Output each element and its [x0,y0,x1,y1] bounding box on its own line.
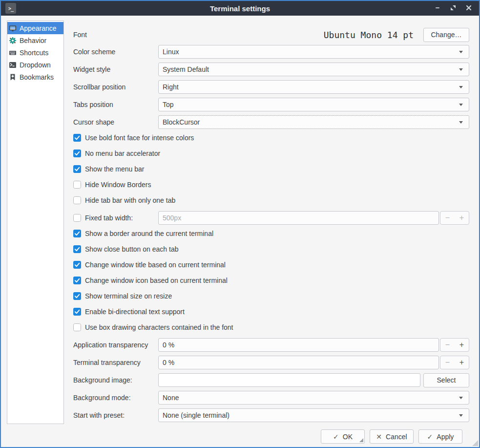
terminal-transparency-label: Terminal transparency [73,359,158,366]
scrollbar-position-combobox[interactable]: Right [158,80,469,94]
combobox-value: Linux [163,48,179,56]
tabs-position-label: Tabs position [73,101,158,108]
checkbox-checked-icon [73,292,81,300]
spinbox-value: 0 % [163,359,174,366]
checkbox-checked-icon [73,165,81,173]
chevron-down-icon [459,414,463,417]
checkbox-label: Enable bi-directional text support [85,308,185,316]
keyboard-icon [9,49,17,57]
checkbox-checked-icon [73,245,81,253]
color-scheme-label: Color scheme [73,48,158,56]
show-terminal-size-on-resize-checkbox-row[interactable]: Show terminal size on resize [69,291,469,301]
checkbox-label: Change window title based on current ter… [85,261,226,269]
checkbox-unchecked-icon [73,196,81,204]
resize-grip[interactable] [472,440,478,446]
settings-sidebar: AppearanceBehaviorShortcutsDropdownBookm… [7,21,64,424]
scrollbar-position-row: Scrollbar positionRight [69,80,469,94]
checkbox-label: Show a border around the current termina… [85,230,213,237]
spin-decrement-button[interactable]: − [440,356,455,369]
start-with-preset-combobox[interactable]: None (single terminal) [158,408,469,422]
change-window-icon-based-on-current-terminal-checkbox-row[interactable]: Change window icon based on current term… [69,276,469,285]
combobox-value: Right [163,83,179,91]
widget-style-label: Widget style [73,65,158,73]
button-label: Cancel [386,433,407,441]
use-box-drawing-characters-contained-in-the-font-checkbox-row[interactable]: Use box drawing characters contained in … [69,322,469,332]
tabs-position-combobox[interactable]: Top [158,98,469,111]
sidebar-item-shortcuts[interactable]: Shortcuts [7,46,63,59]
cursor-shape-combobox[interactable]: BlockCursor [158,115,469,129]
chevron-down-icon [459,121,463,124]
sidebar-item-bookmarks[interactable]: Bookmarks [7,71,63,83]
cursor-shape-row: Cursor shapeBlockCursor [69,115,469,129]
hide-tab-bar-with-only-one-tab-checkbox-row[interactable]: Hide tab bar with only one tab [69,195,469,205]
background-mode-combobox[interactable]: None [158,391,469,405]
maximize-button[interactable] [449,4,457,12]
sidebar-item-label: Dropdown [20,61,51,69]
select-background-image-button[interactable]: Select [423,373,469,387]
widget-style-combobox[interactable]: System Default [158,63,469,76]
application-transparency-spinbox-field[interactable]: 0 % [158,338,439,352]
ok-button[interactable]: ✓OK [321,429,365,444]
combobox-value: Top [163,101,174,108]
background-image-input[interactable] [158,373,420,387]
minimize-icon [435,4,440,13]
sidebar-item-appearance[interactable]: Appearance [7,22,63,34]
spin-decrement-button[interactable]: − [440,212,455,224]
combobox-value: BlockCursor [163,118,200,126]
close-button[interactable] [465,4,473,12]
check-icon: ✓ [333,433,339,441]
enable-bi-directional-text-support-checkbox-row[interactable]: Enable bi-directional text support [69,307,469,317]
use-bold-font-face-for-intense-colors-checkbox-row[interactable]: Use bold font face for intense colors [69,133,469,143]
sidebar-item-dropdown[interactable]: Dropdown [7,59,63,71]
sidebar-item-label: Appearance [20,24,57,32]
font-value: Ubuntu Mono 14 pt [158,30,414,40]
sidebar-item-behavior[interactable]: Behavior [7,34,63,46]
checkbox-checked-icon [73,308,81,316]
background-mode-row: Background mode:None [69,391,469,405]
checkbox-unchecked-icon [73,214,81,222]
spin-increment-button[interactable]: + [455,339,469,351]
checkbox-label: Use box drawing characters contained in … [85,323,233,331]
maximize-icon [450,4,456,13]
change-window-title-based-on-current-terminal-checkbox-row[interactable]: Change window title based on current ter… [69,260,469,270]
color-scheme-combobox[interactable]: Linux [158,45,469,59]
close-icon [466,4,472,13]
terminal-settings-window: >_ Terminal settings AppearanceBehaviorS… [0,0,480,448]
show-the-menu-bar-checkbox-row[interactable]: Show the menu bar [69,164,469,174]
cursor-shape-label: Cursor shape [73,118,158,126]
checkbox-checked-icon [73,149,81,157]
sidebar-item-label: Behavior [20,37,46,44]
spin-increment-button[interactable]: + [455,356,469,369]
checkbox-checked-icon [73,134,81,142]
checkbox-unchecked-icon [73,323,81,331]
checkbox-label: Show the menu bar [85,165,144,173]
scrollbar-position-label: Scrollbar position [73,83,158,91]
hide-window-borders-checkbox-row[interactable]: Hide Window Borders [69,180,469,190]
minimize-button[interactable] [434,4,441,12]
fixed-tab-width-row: Fixed tab width:500px−+ [69,211,469,225]
sidebar-item-label: Bookmarks [20,73,54,81]
font-row: FontUbuntu Mono 14 ptChange… [69,27,469,42]
checkbox-unchecked-icon [73,181,81,189]
fixed-tab-width-spinbox-field[interactable]: 500px [158,211,439,225]
show-a-border-around-the-current-terminal-checkbox-row[interactable]: Show a border around the current termina… [69,229,469,238]
change-font-button[interactable]: Change… [423,28,469,42]
appearance-panel: FontUbuntu Mono 14 ptChange…Color scheme… [69,21,469,444]
checkbox-label: Use bold font face for intense colors [85,134,194,142]
start-with-preset-label: Start with preset: [73,411,158,419]
terminal-transparency-spinbox-field[interactable]: 0 % [158,356,439,369]
cross-icon: ✕ [376,433,382,441]
no-menu-bar-accelerator-checkbox-row[interactable]: No menu bar accelerator [69,149,469,158]
fixed-tab-width-checkbox[interactable]: Fixed tab width: [73,214,158,222]
background-mode-label: Background mode: [73,394,158,402]
spin-buttons: −+ [440,356,469,369]
button-label: Apply [437,433,454,441]
show-close-button-on-each-tab-checkbox-row[interactable]: Show close button on each tab [69,244,469,254]
apply-button[interactable]: ✓Apply [418,429,462,444]
cancel-button[interactable]: ✕Cancel [370,429,414,444]
spin-increment-button[interactable]: + [455,212,469,224]
gear-icon [9,37,17,44]
start-with-preset-row: Start with preset:None (single terminal) [69,408,469,422]
spin-decrement-button[interactable]: − [440,339,455,351]
spin-buttons: −+ [440,211,469,225]
